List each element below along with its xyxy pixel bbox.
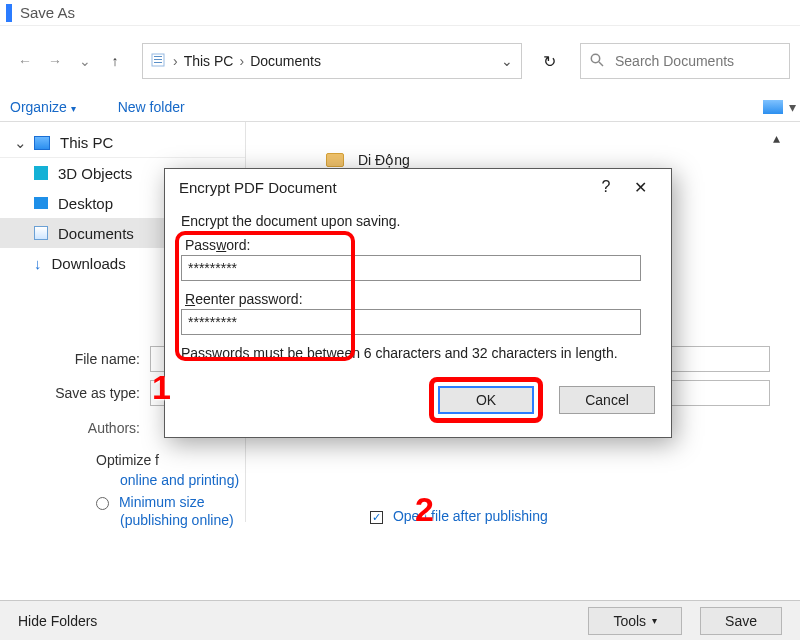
svg-line-5 bbox=[599, 62, 603, 66]
optimize-minimum-radio[interactable] bbox=[96, 497, 109, 510]
sidebar-item-label: Desktop bbox=[58, 195, 113, 212]
footer: Hide Folders Tools▾ Save bbox=[0, 600, 800, 640]
address-dropdown[interactable]: ⌄ bbox=[501, 53, 513, 69]
optimize-minimum-label: Minimum size bbox=[119, 494, 205, 510]
open-after-publishing-checkbox[interactable]: ✓ bbox=[370, 511, 383, 524]
ok-button-highlight: OK bbox=[429, 377, 543, 423]
annotation-1: 1 bbox=[152, 368, 171, 407]
tools-menu[interactable]: Tools▾ bbox=[588, 607, 682, 635]
forward-button[interactable]: → bbox=[43, 49, 67, 73]
optimize-for-label: Optimize f bbox=[96, 452, 370, 468]
svg-rect-3 bbox=[154, 62, 162, 63]
svg-rect-1 bbox=[154, 56, 162, 57]
sidebar-item-label: This PC bbox=[60, 134, 113, 151]
chevron-down-icon: ▾ bbox=[789, 99, 796, 115]
documents-icon bbox=[34, 226, 48, 240]
chevron-down-icon: ⌄ bbox=[14, 134, 24, 152]
hide-folders-toggle[interactable]: Hide Folders bbox=[18, 613, 97, 629]
annotation-2: 2 bbox=[415, 490, 434, 529]
breadcrumb-root[interactable]: This PC bbox=[184, 53, 234, 69]
sidebar-item-label: Downloads bbox=[52, 255, 126, 272]
ok-button[interactable]: OK bbox=[438, 386, 534, 414]
download-icon: ↓ bbox=[34, 255, 42, 272]
sidebar-item-this-pc[interactable]: ⌄ This PC bbox=[0, 128, 245, 158]
sidebar-item-label: 3D Objects bbox=[58, 165, 132, 182]
save-as-window: Save As ← → ⌄ ↑ › This PC › Documents ⌄ … bbox=[0, 0, 800, 640]
search-icon bbox=[589, 52, 605, 71]
search-placeholder: Search Documents bbox=[615, 53, 734, 69]
optimize-minimum-line2: (publishing online) bbox=[120, 512, 370, 528]
encrypt-pdf-dialog: Encrypt PDF Document ? ✕ Encrypt the doc… bbox=[164, 168, 672, 438]
address-bar[interactable]: › This PC › Documents ⌄ bbox=[142, 43, 522, 79]
new-folder-button[interactable]: New folder bbox=[112, 95, 191, 119]
chevron-icon: › bbox=[173, 53, 178, 69]
file-name: Di Động bbox=[358, 152, 410, 168]
refresh-button[interactable]: ↻ bbox=[534, 52, 564, 71]
dialog-titlebar: Encrypt PDF Document ? ✕ bbox=[165, 169, 671, 205]
svg-rect-2 bbox=[154, 59, 162, 60]
folder-icon bbox=[151, 52, 167, 71]
up-button[interactable]: ↑ bbox=[103, 49, 127, 73]
titlebar: Save As bbox=[0, 0, 800, 26]
dialog-description: Encrypt the document upon saving. bbox=[181, 213, 655, 229]
chevron-icon: › bbox=[239, 53, 244, 69]
save-button[interactable]: Save bbox=[700, 607, 782, 635]
pc-icon bbox=[34, 136, 50, 150]
close-button[interactable]: ✕ bbox=[623, 178, 657, 197]
cancel-button[interactable]: Cancel bbox=[559, 386, 655, 414]
password-group-highlight bbox=[175, 231, 355, 361]
back-button[interactable]: ← bbox=[13, 49, 37, 73]
window-title: Save As bbox=[20, 4, 75, 21]
navigation-row: ← → ⌄ ↑ › This PC › Documents ⌄ ↻ bbox=[10, 40, 790, 82]
search-input[interactable]: Search Documents bbox=[580, 43, 790, 79]
cube-icon bbox=[34, 166, 48, 180]
help-button[interactable]: ? bbox=[589, 178, 623, 196]
view-selector[interactable]: ▾ bbox=[763, 99, 796, 115]
app-icon bbox=[6, 4, 12, 22]
sidebar-item-label: Documents bbox=[58, 225, 134, 242]
file-name-label: File name: bbox=[30, 351, 150, 367]
optimize-standard-line2: online and printing) bbox=[120, 472, 370, 488]
breadcrumb-folder[interactable]: Documents bbox=[250, 53, 321, 69]
dialog-title: Encrypt PDF Document bbox=[179, 179, 589, 196]
view-icon bbox=[763, 100, 783, 114]
folder-icon bbox=[326, 153, 344, 167]
recent-dropdown[interactable]: ⌄ bbox=[73, 49, 97, 73]
organize-menu[interactable]: Organize ▾ bbox=[4, 95, 82, 119]
save-as-type-label: Save as type: bbox=[30, 385, 150, 401]
authors-label: Authors: bbox=[30, 420, 150, 436]
toolbar: Organize ▾ New folder ▾ bbox=[0, 92, 800, 122]
desktop-icon bbox=[34, 197, 48, 209]
svg-point-4 bbox=[591, 54, 599, 62]
scroll-up-icon[interactable]: ▴ bbox=[773, 130, 780, 146]
